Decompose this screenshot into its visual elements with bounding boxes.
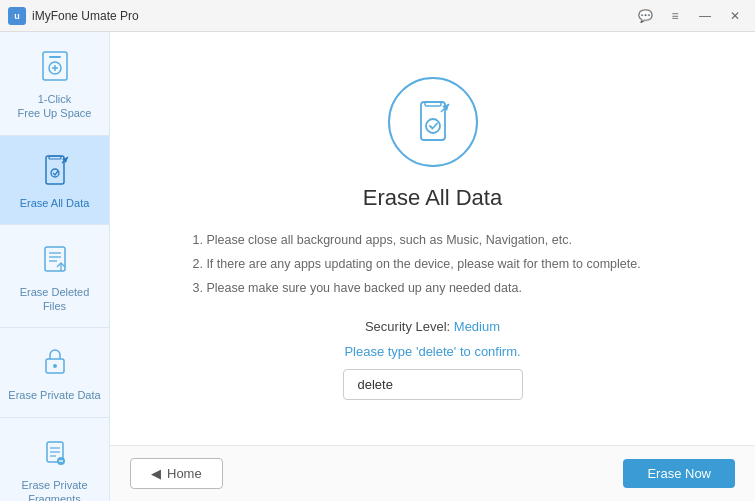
footer: ◀ Home Erase Now: [110, 445, 755, 501]
page-title: Erase All Data: [363, 185, 502, 211]
instructions-list: 1. Please close all background apps, suc…: [193, 229, 673, 300]
security-level-value[interactable]: Medium: [454, 319, 500, 334]
sidebar-item-label: Erase Private Fragments: [21, 478, 87, 501]
window-controls: 💬 ≡ — ✕: [633, 6, 747, 26]
erase-all-icon: [35, 150, 75, 190]
instruction-3: 3. Please make sure you have backed up a…: [193, 277, 673, 301]
sidebar-item-erase-all-data[interactable]: Erase All Data: [0, 136, 109, 225]
erase-now-label: Erase Now: [647, 466, 711, 481]
close-button[interactable]: ✕: [723, 6, 747, 26]
erase-fragments-icon: [35, 432, 75, 472]
home-label: Home: [167, 466, 202, 481]
sidebar-item-label: Erase Deleted Files: [8, 285, 101, 314]
svg-rect-4: [49, 56, 61, 58]
sidebar-item-erase-private-data[interactable]: Erase Private Data: [0, 328, 109, 417]
sidebar-item-label: Erase Private Data: [8, 388, 100, 402]
svg-rect-23: [421, 102, 445, 140]
erase-private-icon: [35, 342, 75, 382]
security-level-label: Security Level:: [365, 319, 450, 334]
sidebar-item-erase-private-fragments[interactable]: Erase Private Fragments: [0, 418, 109, 501]
instruction-1: 1. Please close all background apps, suc…: [193, 229, 673, 253]
menu-button[interactable]: ≡: [663, 6, 687, 26]
content-area: Erase All Data 1. Please close all backg…: [110, 32, 755, 501]
sidebar: 1-Click Free Up Space Erase All Data: [0, 32, 110, 501]
home-button[interactable]: ◀ Home: [130, 458, 223, 489]
sidebar-item-free-up-space[interactable]: 1-Click Free Up Space: [0, 32, 109, 136]
sidebar-item-label: Erase All Data: [20, 196, 90, 210]
erase-deleted-icon: [35, 239, 75, 279]
svg-rect-5: [46, 156, 64, 184]
svg-point-25: [426, 119, 440, 133]
app-title: iMyFone Umate Pro: [32, 9, 633, 23]
confirm-input[interactable]: [343, 369, 523, 400]
main-container: 1-Click Free Up Space Erase All Data: [0, 32, 755, 501]
confirm-word: delete: [418, 344, 453, 359]
security-level: Security Level: Medium: [365, 319, 500, 334]
comment-button[interactable]: 💬: [633, 6, 657, 26]
sidebar-item-label: 1-Click Free Up Space: [18, 92, 92, 121]
title-bar: u iMyFone Umate Pro 💬 ≡ — ✕: [0, 0, 755, 32]
instruction-2: 2. If there are any apps updating on the…: [193, 253, 673, 277]
content-body: Erase All Data 1. Please close all backg…: [110, 32, 755, 445]
app-logo: u: [8, 7, 26, 25]
svg-rect-6: [49, 156, 61, 159]
sidebar-item-erase-deleted-files[interactable]: Erase Deleted Files: [0, 225, 109, 329]
svg-rect-10: [45, 247, 65, 271]
home-arrow-icon: ◀: [151, 466, 161, 481]
erase-all-icon-large: [388, 77, 478, 167]
svg-point-16: [53, 364, 57, 368]
confirm-prompt-text: Please type 'delete' to confirm.: [344, 344, 520, 359]
minimize-button[interactable]: —: [693, 6, 717, 26]
free-up-icon: [35, 46, 75, 86]
confirm-prompt: Please type 'delete' to confirm.: [344, 344, 520, 359]
erase-now-button[interactable]: Erase Now: [623, 459, 735, 488]
svg-rect-24: [425, 102, 441, 106]
